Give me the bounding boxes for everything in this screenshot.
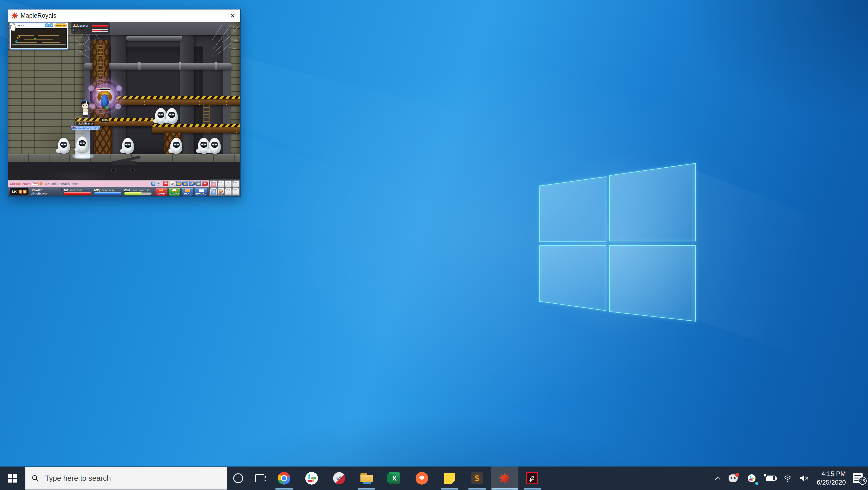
taskbar: X S (0, 466, 868, 490)
chat-expand-button[interactable]: + (151, 182, 155, 186)
slack-status-dot (755, 482, 759, 486)
item-count: 1016 (218, 193, 224, 195)
cannon-cart (105, 157, 144, 173)
taskbar-app-acrobat[interactable] (518, 466, 546, 490)
key-end[interactable]: End (225, 188, 232, 195)
minimap-window[interactable]: MAP − + WORLD (9, 22, 68, 50)
chat-message: : B> solo jr wraith leech (43, 182, 79, 186)
menu-button[interactable]: MENU (182, 188, 194, 196)
window-title: MapleRoyals (21, 12, 56, 19)
minimap-zoom-in-button[interactable]: + (50, 24, 53, 27)
chat-sender: CerealPrawn (10, 182, 31, 186)
bag-icon (184, 183, 186, 185)
taskbar-app-chrome[interactable] (270, 466, 298, 490)
key-pagedown[interactable]: Pdn (232, 188, 239, 195)
equip-inventory-button[interactable] (176, 181, 182, 186)
coins-icon (158, 189, 164, 192)
upper-walkway-hazard-edge (115, 96, 240, 99)
minimap-zoom-out-button[interactable]: − (45, 24, 49, 27)
minigame-button[interactable] (169, 181, 175, 186)
tray-battery[interactable] (766, 476, 776, 481)
item-inventory-button[interactable] (182, 181, 188, 186)
mid-walkway (152, 127, 240, 133)
taskbar-app-snipping-tool[interactable] (326, 466, 353, 490)
chat-bar[interactable]: CerealPrawn ch01 : B> solo jr wraith lee… (8, 180, 209, 187)
chevron-up-icon (715, 476, 721, 480)
chat-scroll-up-button[interactable]: ▲ (157, 181, 160, 184)
notification-center-button[interactable]: 28 (852, 473, 864, 484)
status-bar: LV. 4 6 Brawler LittleBraver HP[2005/200… (8, 187, 209, 196)
close-button[interactable]: × (225, 9, 240, 22)
tray-volume[interactable] (800, 475, 809, 482)
postman-icon (415, 472, 428, 485)
search-input[interactable] (44, 474, 189, 483)
spider-web-icon (212, 24, 240, 56)
dice-icon (172, 189, 177, 192)
tray-overflow-chevron[interactable] (715, 476, 721, 480)
minimap-map (11, 28, 67, 48)
taskbar-app-maplestory[interactable] (491, 466, 518, 490)
slack-icon (748, 475, 756, 482)
taskbar-app-postman[interactable] (408, 466, 436, 490)
cortana-button[interactable] (227, 466, 249, 490)
wifi-icon (783, 475, 792, 482)
party-member-hp-bar (92, 29, 108, 32)
taskbar-app-file-explorer[interactable] (353, 466, 380, 490)
party-member-row: LittleBraver (72, 24, 108, 27)
taskbar-app-excel[interactable]: X (380, 466, 408, 490)
gem-icon (204, 183, 206, 185)
windows-logo (538, 161, 698, 324)
chat-scroll-down-button[interactable]: ▼ (157, 184, 160, 186)
exp-gauge: EXP.264517[64.77%] (124, 189, 152, 195)
speaker-muted-icon (800, 475, 809, 482)
stats-button[interactable] (189, 181, 194, 186)
level-digit: 4 (19, 190, 22, 194)
boss-button[interactable] (202, 181, 208, 186)
list-icon (199, 189, 204, 192)
key-ctrl[interactable]: Ctrl (210, 188, 217, 195)
maplestory-game-window: MapleRoyals × (8, 9, 241, 197)
start-button[interactable] (0, 466, 25, 490)
job-label: Brawler (31, 188, 59, 192)
maple-leaf-icon (11, 12, 18, 19)
skills-button[interactable] (195, 181, 201, 186)
siren-icon (164, 183, 167, 185)
key-home[interactable]: Hm (225, 181, 232, 188)
shop-button[interactable]: SHOP (155, 188, 167, 196)
minimap-world-button[interactable]: WORLD (55, 24, 67, 27)
key-pageup[interactable]: Pup (232, 181, 239, 188)
pipe-small (126, 36, 182, 41)
notice-button[interactable] (163, 181, 168, 186)
clock-date: 6/25/2020 (817, 478, 846, 487)
taskbar-search[interactable] (25, 467, 227, 490)
game-scene: Ikon LittleBraver Junior Adventurer MAP … (8, 22, 240, 180)
window-titlebar[interactable]: MapleRoyals (8, 9, 240, 22)
tray-network[interactable] (783, 475, 792, 482)
task-view-icon (255, 474, 265, 482)
ladder (203, 105, 210, 124)
tray-slack[interactable] (745, 472, 758, 485)
lounge-button[interactable]: LOUNGE (168, 188, 180, 196)
taskbar-app-sublime-text[interactable]: S (463, 466, 491, 490)
chat-channel-badge: ch01 (32, 182, 39, 185)
key-del[interactable]: Del1016 (218, 188, 224, 195)
snipping-tool-icon (333, 472, 345, 484)
task-view-button[interactable] (249, 466, 270, 490)
taskbar-clock[interactable]: 4:15 PM 6/25/2020 (817, 470, 846, 487)
party-member-name: Ikon (72, 29, 92, 32)
key-ins[interactable]: Ins (218, 181, 224, 188)
party-hp-frame: LittleBraver Ikon (71, 22, 110, 34)
wallpaper-light-ray (691, 154, 868, 402)
taskbar-app-sticky-notes[interactable] (436, 466, 463, 490)
wraith-ghost (76, 136, 88, 152)
book-icon (197, 183, 200, 185)
level-label: LV. (11, 190, 17, 194)
key-shift[interactable]: Shift (210, 181, 217, 188)
shortcut-button[interactable]: SHORTCUT (195, 188, 208, 196)
file-explorer-icon (361, 473, 373, 483)
upper-walkway (115, 99, 240, 105)
wraith-ghost (166, 108, 178, 124)
tray-discord[interactable] (728, 475, 738, 482)
taskbar-app-slack[interactable] (298, 466, 326, 490)
level-digit: 6 (23, 190, 27, 194)
